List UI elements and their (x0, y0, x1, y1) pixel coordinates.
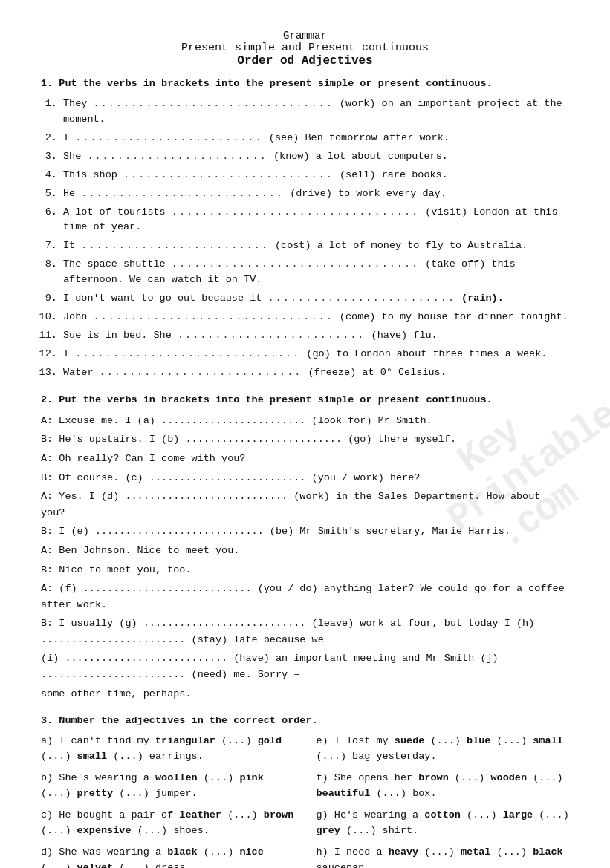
item-dots: ................................. (172, 257, 419, 273)
section3: 3. Number the adjectives in the correct … (41, 715, 569, 868)
section1-title: 1. Put the verbs in brackets into the pr… (41, 78, 569, 89)
item-pre: He (63, 188, 81, 199)
item-dots: ......................... (267, 291, 455, 307)
item-dots: ............................ (123, 168, 334, 183)
item-pre: This shop (63, 169, 123, 180)
item-pre: I don't want to go out because it (63, 293, 267, 304)
item-dots: ................................ (94, 310, 334, 325)
list-item: He ........................... (drive) t… (63, 186, 569, 202)
item-dots: ......................... (81, 238, 269, 254)
dialogue-line: A: Ben Johnson. Nice to meet you. (41, 543, 569, 559)
section2-title: 2. Put the verbs in brackets into the pr… (41, 394, 569, 405)
item-dots: ........................... (100, 365, 302, 381)
section3-right: e) I lost my suede (...) blue (...) smal… (317, 734, 570, 868)
section3-right-item: g) He's wearing a cotton (...) large (..… (317, 808, 570, 839)
item-post: (drive) to work every day. (284, 188, 447, 199)
section3-right-item: e) I lost my suede (...) blue (...) smal… (317, 734, 570, 765)
section3-left-item: b) She's wearing a woollen (...) pink (.… (41, 771, 294, 802)
section3-right-item: f) She opens her brown (...) wooden (...… (317, 771, 570, 802)
header-title3: Order od Adjectives (41, 54, 569, 68)
list-item: Sue is in bed. She .....................… (63, 328, 569, 344)
item-dots: ................................. (172, 205, 419, 221)
item-pre: They (63, 98, 94, 109)
list-item: This shop ............................ (… (63, 168, 569, 183)
page-header: Grammar Present simple and Present conti… (41, 30, 569, 68)
item-dots: ......................... (178, 328, 366, 344)
dialogue-line: A: Oh really? Can I come with you? (41, 451, 569, 467)
item-post: (know) a lot about computers. (267, 151, 448, 162)
list-item: They ................................ (w… (63, 97, 569, 128)
list-item: She ........................ (know) a lo… (63, 149, 569, 165)
section2-lines: A: Excuse me. I (a) ....................… (41, 413, 569, 702)
section1-list: They ................................ (w… (41, 97, 569, 381)
dialogue-line: A: (f) ............................ (you… (41, 581, 569, 613)
item-pre: John (63, 311, 94, 322)
dialogue-line: A: Yes. I (d) ..........................… (41, 489, 569, 521)
list-item: John ................................ (c… (63, 310, 569, 325)
item-post: (come) to my house for dinner tonight. (334, 311, 568, 322)
item-dots: ......................... (75, 131, 263, 146)
item-dots: ........................ (87, 149, 267, 165)
header-title2: Present simple and Present continuous (41, 42, 569, 54)
section3-right-item: h) I need a heavy (...) metal (...) blac… (317, 845, 570, 868)
dialogue-line: A: Excuse me. I (a) ....................… (41, 413, 569, 429)
item-pre: I (63, 348, 75, 359)
list-item: The space shuttle ......................… (63, 257, 569, 288)
section3-left: a) I can't find my triangular (...) gold… (41, 734, 294, 868)
dialogue-line: B: He's upstairs. I (b) ................… (41, 431, 569, 448)
item-dots: ................................ (94, 97, 334, 112)
item-post: (see) Ben tomorrow after work. (263, 132, 450, 143)
section2: 2. Put the verbs in brackets into the pr… (41, 394, 569, 702)
section1: 1. Put the verbs in brackets into the pr… (41, 78, 569, 381)
dialogue-line: B: I (e) ............................ (b… (41, 523, 569, 540)
item-dots: ........................... (81, 186, 284, 202)
list-item: Water ........................... (freez… (63, 365, 569, 381)
list-item: I don't want to go out because it ......… (63, 291, 569, 307)
list-item: I ......................... (see) Ben to… (63, 131, 569, 146)
item-post: (go) to London about three times a week. (300, 348, 547, 359)
dialogue-line: B: Nice to meet you, too. (41, 562, 569, 578)
item-dots: .............................. (75, 347, 300, 362)
item-pre: The space shuttle (63, 258, 172, 270)
item-post: (cost) a lot of money to fly to Australi… (269, 240, 528, 251)
list-item: A lot of tourists ......................… (63, 205, 569, 236)
section3-columns: a) I can't find my triangular (...) gold… (41, 734, 569, 868)
item-post: (freeze) at 0° Celsius. (302, 367, 446, 378)
section3-left-item: a) I can't find my triangular (...) gold… (41, 734, 294, 765)
item-pre: A lot of tourists (63, 206, 172, 218)
list-item: It ......................... (cost) a lo… (63, 238, 569, 254)
item-pre: Sue is in bed. She (63, 330, 178, 341)
section3-title: 3. Number the adjectives in the correct … (41, 715, 569, 726)
list-item: I .............................. (go) to… (63, 347, 569, 362)
item-post: (sell) rare books. (334, 169, 448, 180)
item-post: (have) flu. (365, 330, 437, 341)
section3-left-item: d) She was wearing a black (...) nice (.… (41, 845, 294, 868)
item-pre: I (63, 132, 75, 143)
header-title1: Grammar (41, 30, 569, 42)
dialogue-line: (i) ........................... (have) a… (41, 650, 569, 682)
dialogue-line: some other time, perhaps. (41, 686, 569, 702)
dialogue-line: B: Of course. (c) ......................… (41, 470, 569, 486)
section3-left-item: c) He bought a pair of leather (...) bro… (41, 808, 294, 839)
item-pre: It (63, 240, 81, 251)
item-pre: She (63, 151, 87, 162)
item-pre: Water (63, 367, 100, 378)
item-post: (rain). (455, 293, 504, 304)
dialogue-line: B: I usually (g) .......................… (41, 616, 569, 647)
